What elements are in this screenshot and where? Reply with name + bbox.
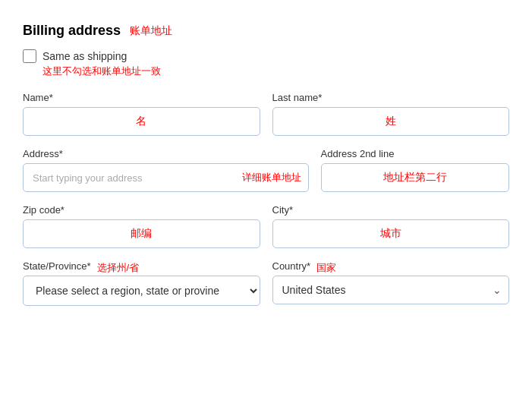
address-row: Address* 详细账单地址 Address 2nd line: [23, 148, 509, 192]
state-hint-zh: 选择州/省: [97, 261, 140, 275]
country-group: Country* 国家 United StatesCanadaUnited Ki…: [272, 260, 510, 306]
same-as-shipping-label: Same as shipping: [42, 50, 127, 62]
address2-group: Address 2nd line: [321, 148, 509, 192]
address2-label: Address 2nd line: [321, 148, 509, 159]
zip-group: Zip code*: [23, 204, 260, 248]
city-group: City*: [272, 204, 510, 248]
address-group: Address* 详细账单地址: [23, 148, 309, 192]
zip-city-row: Zip code* City*: [23, 204, 509, 248]
state-select[interactable]: Please select a region, state or provine: [23, 276, 260, 306]
address-input-wrapper: 详细账单地址: [23, 163, 309, 192]
state-label: State/Province*: [23, 260, 91, 272]
same-as-shipping-checkbox[interactable]: [23, 49, 36, 63]
same-as-shipping-note: 这里不勾选和账单地址一致: [42, 65, 509, 78]
name-row: Name* Last name*: [23, 92, 509, 136]
section-header: Billing address 账单地址: [23, 23, 509, 39]
state-country-row: State/Province* 选择州/省 Please select a re…: [23, 260, 509, 306]
country-hint-zh: 国家: [316, 261, 336, 275]
address-input[interactable]: [23, 163, 309, 192]
country-label: Country*: [272, 260, 311, 272]
city-input[interactable]: [272, 219, 510, 248]
first-name-group: Name*: [23, 92, 260, 136]
address-label: Address*: [23, 148, 309, 159]
address2-input[interactable]: [321, 163, 509, 192]
city-label: City*: [272, 204, 510, 216]
country-select-wrapper: United StatesCanadaUnited KingdomAustral…: [272, 276, 510, 304]
first-name-input[interactable]: [23, 107, 260, 136]
zip-input[interactable]: [23, 219, 260, 248]
state-label-row: State/Province* 选择州/省: [23, 260, 260, 276]
zip-label: Zip code*: [23, 204, 260, 216]
country-select[interactable]: United StatesCanadaUnited KingdomAustral…: [272, 276, 510, 304]
section-title: Billing address: [23, 23, 121, 39]
last-name-group: Last name*: [272, 92, 510, 136]
state-group: State/Province* 选择州/省 Please select a re…: [23, 260, 260, 306]
last-name-input[interactable]: [272, 107, 510, 136]
last-name-label: Last name*: [272, 92, 510, 103]
country-label-row: Country* 国家: [272, 260, 510, 276]
billing-address-section: Billing address 账单地址 Same as shipping 这里…: [15, 15, 517, 326]
same-as-shipping-row: Same as shipping 这里不勾选和账单地址一致: [23, 49, 509, 78]
section-title-zh: 账单地址: [130, 24, 172, 38]
first-name-label: Name*: [23, 92, 260, 103]
